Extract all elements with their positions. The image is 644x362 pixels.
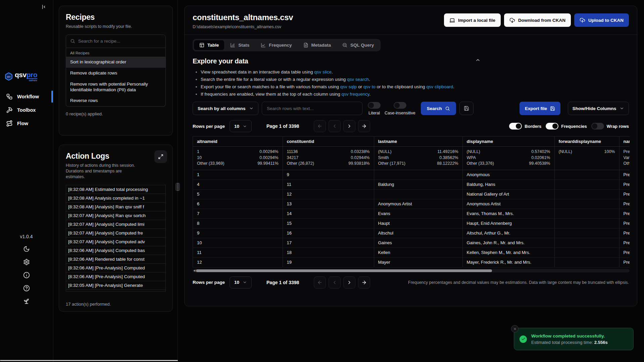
next-page-button[interactable]: [343, 276, 355, 289]
last-page-button[interactable]: [358, 276, 370, 289]
column-header-forwarddisplayname: forwarddisplayname: [554, 137, 619, 147]
first-page-button[interactable]: [314, 120, 326, 132]
tab-stats[interactable]: Stats: [225, 40, 255, 50]
toggle-borders[interactable]: [509, 123, 522, 130]
recipe-item[interactable]: Remove duplicate rows: [66, 68, 165, 79]
panel-resize-handle[interactable]: [176, 183, 180, 191]
switch-knob: [592, 123, 597, 129]
cloud-download-icon: [509, 17, 515, 23]
sprout-icon[interactable]: [23, 298, 30, 305]
prev-page-button[interactable]: [329, 276, 341, 289]
sidebar-item-flow[interactable]: Flow: [0, 117, 53, 130]
recipe-item[interactable]: Remove rows with potential Personally Id…: [66, 79, 165, 96]
collapse-explore-icon[interactable]: [475, 57, 481, 63]
frequency-percent: 100%: [604, 149, 615, 155]
tab-frequency[interactable]: Frequency: [255, 40, 297, 50]
doc-link[interactable]: qsv clipboard: [426, 84, 453, 89]
tab-metadata[interactable]: Metadata: [298, 40, 337, 50]
log-entry: [8:32:06 AM] [Analysis] Computed bas: [66, 246, 165, 255]
table-cell: Baldung, Hans: [462, 179, 554, 189]
table-cell: 12: [283, 189, 374, 199]
table-row: 1219MayerMayer, Frederick R., Mr. and Mr…: [193, 257, 630, 267]
toggle-label: Borders: [525, 124, 541, 129]
expand-logs-button[interactable]: [154, 150, 167, 163]
scrollbar-thumb[interactable]: [196, 269, 492, 272]
recipe-item[interactable]: Reverse rows: [66, 95, 165, 106]
column-header-nan: nan: [619, 137, 630, 147]
save-icon: [550, 106, 555, 111]
first-page-button[interactable]: [314, 276, 326, 289]
import-local-file-button[interactable]: Import a local file: [444, 13, 501, 27]
tab-sql-query[interactable]: SQL Query: [337, 40, 379, 50]
toast-notification: Workflow completed successfully. Estimat…: [514, 328, 634, 350]
table-cell: [554, 199, 619, 209]
toggle-literal[interactable]: [368, 102, 381, 109]
doc-link[interactable]: qsv search: [347, 77, 369, 82]
sidebar-item-workflow[interactable]: Workflow: [0, 90, 53, 103]
save-search-button[interactable]: [459, 102, 474, 115]
table-cell: Pre: [619, 218, 630, 228]
frequency-line: Var: [624, 155, 630, 161]
table-cell: Altschul: [374, 228, 462, 238]
doc-link[interactable]: qsv frequency: [342, 92, 369, 97]
help-icon[interactable]: [23, 285, 30, 292]
table-cell: 8: [193, 218, 283, 228]
switch-knob: [516, 123, 521, 129]
rows-per-page-select[interactable]: 10: [230, 276, 252, 289]
table-cell: Pre: [619, 248, 630, 257]
frequency-cell-lastname: (NULL)11.49216%Smith0.38562%Other (17,97…: [374, 147, 462, 170]
explore-bullet: View spreadsheet data in an interactive …: [201, 69, 629, 74]
doc-link[interactable]: qsv to: [363, 84, 376, 89]
rows-per-page-select[interactable]: 10: [230, 120, 252, 132]
panels-column: Recipes Reusable scripts to modify your …: [53, 0, 178, 362]
search-button[interactable]: Search: [421, 102, 456, 115]
upload-to-ckan-button[interactable]: Upload to CKAN: [574, 13, 629, 27]
table-cell: Evans: [374, 209, 462, 218]
frequency-label: Var: [624, 155, 630, 161]
search-rows-input[interactable]: [262, 102, 362, 115]
settings-icon[interactable]: [23, 259, 30, 265]
frequency-cell-nan: PreVarOth: [619, 147, 630, 170]
table-horizontal-scrollbar[interactable]: ◀: [193, 269, 630, 272]
toggle-wrap-rows[interactable]: [591, 123, 604, 130]
prev-page-button[interactable]: [329, 120, 341, 132]
toggle-group-case-insensitive: Case-insensitive: [385, 102, 415, 115]
export-file-button[interactable]: Export file: [519, 102, 560, 115]
logo-byline: datHere: [29, 79, 37, 82]
recipe-search-input[interactable]: [78, 39, 161, 44]
last-page-button[interactable]: [358, 120, 370, 132]
next-page-button[interactable]: [343, 120, 355, 132]
workflow-icon: [6, 93, 13, 100]
table-cell: 9: [193, 228, 283, 238]
toggle-frequencies[interactable]: [546, 123, 558, 130]
recipe-item[interactable]: Sort in lexicographical order: [66, 57, 165, 68]
search-icon: [70, 39, 75, 44]
download-from-ckan-button[interactable]: Download from CKAN: [504, 13, 571, 27]
info-icon[interactable]: [23, 272, 30, 278]
chevron-down-icon: [243, 280, 247, 285]
table-cell: 19: [283, 257, 374, 267]
collapse-sidebar-icon[interactable]: [41, 4, 46, 10]
recipes-title: Recipes: [66, 13, 166, 22]
table-cell: 9: [283, 170, 374, 179]
table-row: 512National Gallery of ArtPre: [193, 189, 630, 199]
chevron-down-icon: [620, 106, 624, 111]
search-column-select[interactable]: Search by all columns: [193, 102, 258, 115]
sidebar-item-toolbox[interactable]: Toolbox: [0, 103, 53, 117]
table-row: 916AltschulAltschul, Arthur G., Mr.Pre: [193, 228, 630, 238]
switch-knob: [552, 123, 558, 129]
log-list: [8:32:08 AM] Estimated total processing[…: [66, 185, 166, 292]
toggle-case-insensitive[interactable]: [394, 102, 406, 109]
search-icon: [445, 106, 450, 111]
doc-link[interactable]: qsv slice: [314, 69, 332, 74]
show-hide-columns-select[interactable]: Show/Hide Columns: [568, 102, 629, 115]
frequency-label: (NULL): [467, 149, 480, 155]
scroll-left-arrow-icon[interactable]: ◀: [193, 269, 195, 272]
toast-close-button[interactable]: [511, 325, 518, 332]
tab-table[interactable]: Table: [194, 40, 224, 50]
horizontal-scrollbar-left[interactable]: [0, 360, 178, 361]
moon-icon[interactable]: [23, 246, 30, 252]
pagination-bottom: Rows per page10Page 1 of 3398 Frequency …: [193, 276, 629, 289]
table-cell: Kellen, Stephen M., Mr. and Mrs.: [462, 248, 554, 257]
doc-link[interactable]: qsv sqlp: [340, 84, 357, 89]
